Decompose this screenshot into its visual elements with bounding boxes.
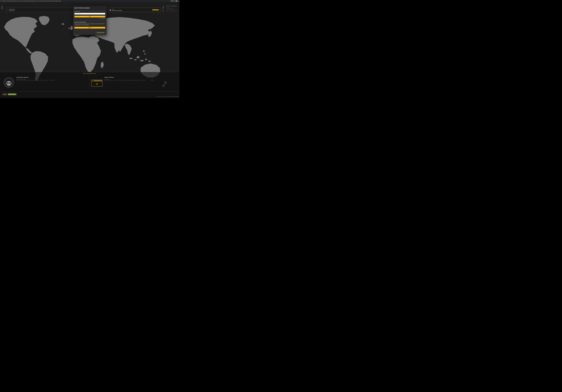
- adversary-profile: ADVERSARY PROFILE Alias: Firstname Lastn…: [16, 77, 55, 80]
- weaknesses-title: Most Critical Weaknesses: [166, 6, 179, 7]
- side-panel-icon[interactable]: ◫: [174, 0, 175, 1]
- level-value: 0: [161, 7, 165, 9]
- back-icon[interactable]: ←: [1, 0, 2, 2]
- points-value: 0: [161, 9, 165, 10]
- zoom-out-button[interactable]: −: [1, 8, 3, 9]
- mission-divider-line: [0, 72, 179, 72]
- maturity-circle: [169, 10, 171, 12]
- topic-category: Injection Flaws: [9, 9, 15, 10]
- bookmark-star-icon[interactable]: ☆: [169, 0, 170, 1]
- language-selector[interactable]: ☕ Java Enterprise Edition (Basic) REMEMB…: [108, 8, 161, 12]
- credit-link-2[interactable]: Natural Earth: [175, 96, 178, 97]
- enter-game-mode-button[interactable]: Enter game mode: [8, 93, 16, 95]
- credit-and: and: [174, 96, 175, 97]
- browser-profile-avatar[interactable]: C: [176, 0, 177, 2]
- extension-icon-green[interactable]: [171, 0, 172, 1]
- map-zoom-controls: + −: [1, 6, 3, 9]
- remembered-badge: REMEMBERED: [152, 9, 158, 11]
- points-label: Points: [161, 10, 165, 11]
- maturity-circles: [166, 10, 179, 12]
- maturity-circle: [172, 10, 174, 12]
- adversary-alias: Alias: Firstname Lastname: [16, 79, 55, 79]
- adversary-profile-title: ADVERSARY PROFILE: [16, 77, 55, 78]
- app-window: ← → ⟳ portal.securecodewarrior.com/?utm_…: [0, 0, 179, 98]
- language-edition: Enterprise Edition (Basic): [112, 10, 122, 11]
- zoom-in-button[interactable]: +: [1, 6, 3, 8]
- continue-as-guest-button[interactable]: Continue as guest: [96, 32, 105, 34]
- signup-text: Sign up for a free 14-day trial to track…: [74, 23, 105, 26]
- lock-icon: [6, 0, 7, 1]
- signup-button[interactable]: Sign up: [74, 27, 105, 29]
- mission-briefing-title: MISSION BRIEFING: [83, 73, 96, 74]
- next-button[interactable]: Next: [74, 16, 105, 17]
- stats-panel: Level 0 0 Points Most Critical Weaknesse…: [161, 6, 179, 12]
- credit-link-1[interactable]: amCharts: [172, 96, 174, 97]
- skull-icon: ☠: [92, 81, 102, 86]
- login-button[interactable]: Login: [3, 93, 7, 95]
- login-modal-title: Log in to track your progress: [74, 7, 90, 9]
- language-name: Java: [112, 9, 122, 10]
- threat-profile: THREAT PROFILE SQL injection The IDS has…: [104, 77, 146, 80]
- email-field[interactable]: [74, 13, 105, 14]
- credit-text: The map is based on public domain map da…: [156, 96, 171, 97]
- accuracy-label: Accuracy: [166, 7, 179, 8]
- level-label: Level: [161, 6, 165, 7]
- java-icon: ☕: [110, 9, 111, 11]
- login-modal: Log in to track your progress Email Addr…: [73, 6, 106, 35]
- forgot-password-link[interactable]: Forgot Password: [74, 18, 105, 19]
- threat-name: SQL injection: [104, 79, 146, 79]
- footer-bar: Login Enter game mode The map is based o…: [0, 91, 179, 98]
- url-text: portal.securecodewarrior.com/?utm_source…: [7, 0, 61, 1]
- topic-name: SQL injection: [9, 10, 15, 11]
- maturity-circle: [166, 10, 168, 12]
- maturity-label: Security Maturity: [166, 8, 179, 9]
- login-modal-header: Log in to track your progress: [73, 6, 106, 10]
- address-bar[interactable]: portal.securecodewarrior.com/?utm_source…: [5, 0, 171, 2]
- chevron-down-icon[interactable]: ▾: [159, 10, 160, 11]
- map-credit: The map is based on public domain map da…: [156, 96, 178, 97]
- adversary-avatar: [3, 77, 14, 88]
- browser-toolbar: ← → ⟳ portal.securecodewarrior.com/?utm_…: [0, 0, 179, 2]
- maturity-circle: [175, 10, 177, 12]
- reload-icon[interactable]: ⟳: [4, 0, 5, 2]
- threat-browser-skull-icon: ☠: [91, 80, 103, 87]
- threat-profile-title: THREAT PROFILE: [104, 77, 146, 78]
- forward-icon[interactable]: →: [2, 0, 3, 2]
- adversary-description: Subject is well-known for targeting worl…: [16, 80, 55, 80]
- topic-selector[interactable]: ⚔ Injection Flaws SQL injection: [6, 8, 74, 12]
- email-label: Email Address: [74, 11, 105, 12]
- signup-heading: Don't have an SCW account?: [74, 22, 105, 23]
- modal-divider: [74, 30, 105, 30]
- extensions-puzzle-icon[interactable]: ⚙: [173, 0, 174, 1]
- threat-description: The IDS has detected a security threat. …: [104, 80, 146, 80]
- browser-menu-icon[interactable]: ⋮: [178, 0, 179, 1]
- crossed-swords-icon: ⚔: [7, 9, 8, 11]
